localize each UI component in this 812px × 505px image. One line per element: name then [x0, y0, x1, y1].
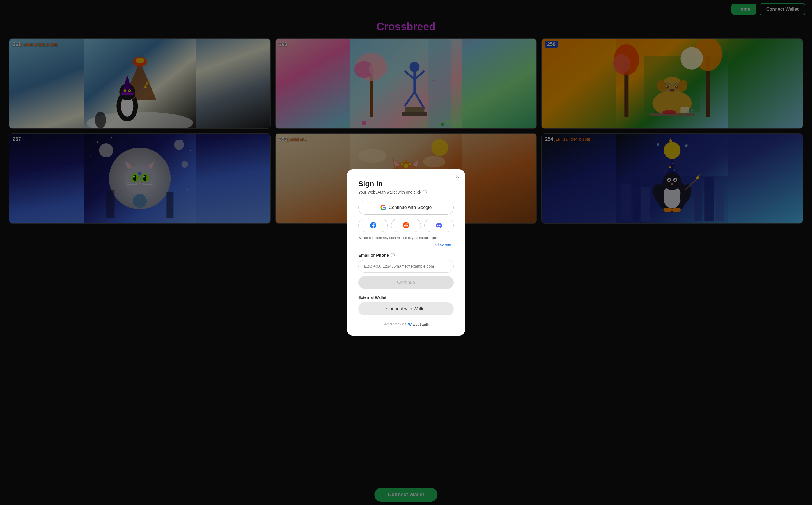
modal-subtitle: Your Web3Auth wallet with one click i	[358, 190, 454, 194]
email-phone-input[interactable]	[358, 260, 454, 273]
facebook-signin-button[interactable]	[358, 218, 388, 232]
google-icon	[380, 205, 386, 210]
google-button-label: Continue with Google	[389, 205, 432, 210]
web3auth-logo: W web3auth	[408, 322, 429, 327]
connect-with-wallet-button[interactable]: Connect with Wallet	[358, 303, 454, 315]
reddit-icon	[403, 222, 409, 228]
google-signin-button[interactable]: Continue with Google	[358, 201, 454, 215]
social-buttons-row	[358, 218, 454, 232]
continue-button[interactable]: Continue	[358, 276, 454, 289]
web3auth-footer: Self-custody via W web3auth	[358, 322, 454, 327]
view-more-link[interactable]: View more	[358, 243, 454, 247]
email-label-row: Email or Phone i	[358, 253, 454, 258]
discord-signin-button[interactable]	[424, 218, 454, 232]
facebook-icon	[370, 222, 376, 228]
subtitle-info-icon: i	[423, 190, 427, 194]
modal-overlay[interactable]: ✕ Sign in Your Web3Auth wallet with one …	[0, 0, 812, 505]
discord-icon	[436, 222, 442, 228]
modal-close-button[interactable]: ✕	[455, 173, 460, 179]
social-note: We do not store any data related to your…	[358, 236, 454, 240]
email-info-icon: i	[390, 253, 395, 257]
modal-title: Sign in	[358, 180, 454, 188]
reddit-signin-button[interactable]	[391, 218, 421, 232]
external-wallet-label: External Wallet	[358, 295, 454, 300]
sign-in-modal: ✕ Sign in Your Web3Auth wallet with one …	[347, 169, 465, 336]
